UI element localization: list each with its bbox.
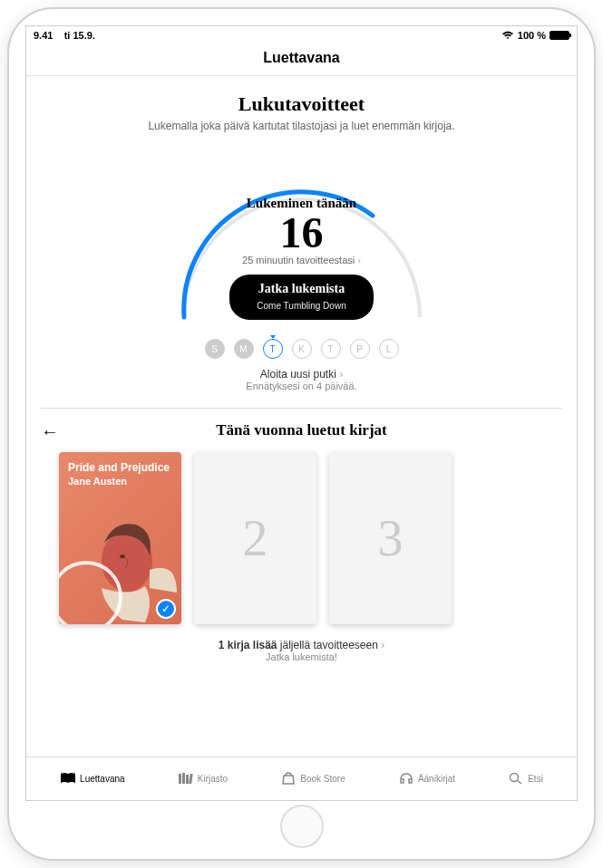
back-arrow-icon[interactable]: ← <box>41 421 59 442</box>
book-placeholder-3[interactable]: 3 <box>329 452 452 624</box>
tab-label: Luettavana <box>80 774 125 784</box>
goal-target-link[interactable]: 25 minuutin tavoitteestasi <box>148 255 456 265</box>
goals-title: Lukutavoitteet <box>41 92 562 116</box>
divider <box>41 408 562 409</box>
day-circle[interactable]: P <box>350 339 370 359</box>
day-circle[interactable]: K <box>292 339 312 359</box>
book-cover-1[interactable]: Pride and Prejudice Jane Austen <box>59 452 181 624</box>
status-bar: 9.41 ti 15.9. 100 % <box>26 26 577 44</box>
tab-label: Kirjasto <box>198 774 228 784</box>
day-circle[interactable]: T <box>263 339 283 359</box>
svg-point-7 <box>511 773 519 781</box>
book1-title: Pride and Prejudice <box>68 461 172 474</box>
tab-bar: LuettavanaKirjastoBook StoreÄänikirjatEt… <box>26 757 577 800</box>
minutes-read: 16 <box>148 211 456 255</box>
tab-label: Äänikirjat <box>418 774 455 784</box>
day-circle[interactable]: T <box>321 339 341 359</box>
search-icon <box>508 772 524 786</box>
goal-progress-bold: 1 kirja lisää <box>219 639 277 651</box>
tab-label: Etsi <box>528 774 543 784</box>
content-area[interactable]: Lukutavoitteet Lukemalla joka päivä kart… <box>26 76 577 757</box>
day-circle[interactable]: M <box>234 339 254 359</box>
bag-icon <box>280 772 297 786</box>
screen: 9.41 ti 15.9. 100 % Luettavana Lukutavoi… <box>25 25 578 801</box>
book-placeholder-2[interactable]: 2 <box>194 452 316 624</box>
tab-äänikirjat[interactable]: Äänikirjat <box>398 772 455 786</box>
tab-luettavana[interactable]: Luettavana <box>60 772 125 786</box>
tab-book-store[interactable]: Book Store <box>280 772 345 786</box>
battery-icon <box>550 31 569 40</box>
battery-percent: 100 % <box>518 30 546 41</box>
book-open-icon <box>60 772 76 786</box>
library-icon <box>178 772 194 786</box>
day-circle[interactable]: L <box>379 339 399 359</box>
status-right: 100 % <box>501 30 569 41</box>
books-year-title: Tänä vuonna luetut kirjat <box>41 421 562 439</box>
page-title: Luettavana <box>26 44 577 76</box>
progress-ring: Lukeminen tänään 16 25 minuutin tavoitte… <box>148 145 456 326</box>
status-time: 9.41 <box>34 30 53 41</box>
day-circle[interactable]: S <box>205 339 225 359</box>
tab-label: Book Store <box>300 774 345 784</box>
svg-line-8 <box>518 780 522 784</box>
svg-rect-6 <box>189 773 193 783</box>
book1-author: Jane Austen <box>68 476 172 487</box>
status-left: 9.41 ti 15.9. <box>34 30 95 41</box>
books-this-year-section: ← Tänä vuonna luetut kirjat Pride and Pr… <box>41 421 562 662</box>
continue-book-title: Come Tumbling Down <box>257 301 345 311</box>
svg-point-1 <box>120 555 125 558</box>
start-streak-link[interactable]: Aloita uusi putki <box>41 368 562 381</box>
wifi-icon <box>501 31 514 40</box>
continue-label: Jatka lukemista <box>257 282 345 296</box>
goals-subtitle: Lukemalla joka päivä kartutat tilastojas… <box>41 120 562 132</box>
reading-goals-section: Lukutavoitteet Lukemalla joka päivä kart… <box>41 76 562 391</box>
svg-rect-4 <box>182 773 185 784</box>
books-row: Pride and Prejudice Jane Austen <box>41 452 562 624</box>
ipad-device-frame: 9.41 ti 15.9. 100 % Luettavana Lukutavoi… <box>9 9 594 859</box>
days-row: SMTKTPL <box>41 339 562 359</box>
goal-progress-rest: jäljellä tavoitteeseen <box>277 639 377 651</box>
tab-etsi[interactable]: Etsi <box>508 772 543 786</box>
svg-rect-3 <box>179 774 181 784</box>
status-date: ti 15.9. <box>64 30 95 41</box>
tab-kirjasto[interactable]: Kirjasto <box>178 772 228 786</box>
goal-progress-sub: Jatka lukemista! <box>41 651 562 662</box>
streak-record: Ennätyksesi on 4 päivää. <box>41 381 562 391</box>
svg-rect-5 <box>186 775 189 784</box>
headphones-icon <box>398 772 414 786</box>
continue-reading-button[interactable]: Jatka lukemista Come Tumbling Down <box>229 275 373 320</box>
yearly-goal-progress-link[interactable]: 1 kirja lisää jäljellä tavoitteeseen <box>41 639 562 651</box>
home-button[interactable] <box>280 805 324 848</box>
completed-check-icon: ✓ <box>156 599 176 619</box>
